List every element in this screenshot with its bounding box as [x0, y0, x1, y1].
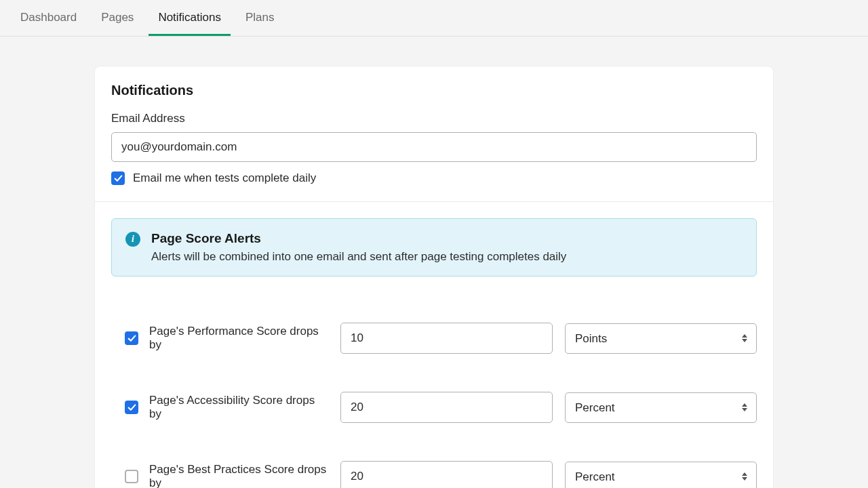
check-icon	[127, 403, 136, 412]
alert-value-best-practices[interactable]	[340, 461, 553, 488]
alert-checkbox-best-practices[interactable]	[125, 470, 138, 483]
banner-desc: Alerts will be combined into one email a…	[151, 250, 566, 264]
alert-rows: Page's Performance Score drops by Points…	[95, 293, 773, 488]
alert-row-accessibility: Page's Accessibility Score drops by Perc…	[111, 373, 757, 442]
alert-unit-best-practices[interactable]: Percent	[565, 462, 757, 489]
daily-email-checkbox[interactable]	[111, 171, 125, 185]
alert-unit-performance[interactable]: Points	[565, 323, 757, 354]
notifications-section: Notifications Email Address Email me whe…	[95, 66, 773, 201]
info-banner: i Page Score Alerts Alerts will be combi…	[111, 218, 757, 277]
tab-notifications[interactable]: Notifications	[149, 0, 231, 36]
banner-title: Page Score Alerts	[151, 231, 566, 246]
daily-email-label: Email me when tests complete daily	[133, 171, 316, 185]
alert-value-performance[interactable]	[340, 323, 553, 354]
alert-label: Page's Accessibility Score drops by	[149, 394, 328, 421]
alert-checkbox-performance[interactable]	[125, 331, 138, 345]
email-label: Email Address	[111, 112, 757, 125]
email-field[interactable]	[111, 132, 757, 162]
daily-email-row: Email me when tests complete daily	[111, 171, 757, 185]
tab-dashboard[interactable]: Dashboard	[11, 0, 86, 36]
alert-label: Page's Best Practices Score drops by	[149, 463, 328, 488]
divider	[95, 201, 773, 202]
tab-plans[interactable]: Plans	[236, 0, 284, 36]
alert-value-accessibility[interactable]	[340, 392, 553, 423]
alert-checkbox-accessibility[interactable]	[125, 401, 138, 414]
nav-tabs: Dashboard Pages Notifications Plans	[0, 0, 868, 37]
main-panel: Notifications Email Address Email me whe…	[95, 66, 773, 488]
section-title: Notifications	[111, 83, 757, 98]
check-icon	[114, 174, 123, 183]
alert-row-performance: Page's Performance Score drops by Points	[111, 304, 757, 373]
tab-pages[interactable]: Pages	[92, 0, 143, 36]
check-icon	[127, 334, 136, 343]
alert-row-best-practices: Page's Best Practices Score drops by Per…	[111, 442, 757, 488]
info-icon: i	[125, 232, 140, 247]
alert-label: Page's Performance Score drops by	[149, 325, 328, 352]
alert-unit-accessibility[interactable]: Percent	[565, 392, 757, 423]
